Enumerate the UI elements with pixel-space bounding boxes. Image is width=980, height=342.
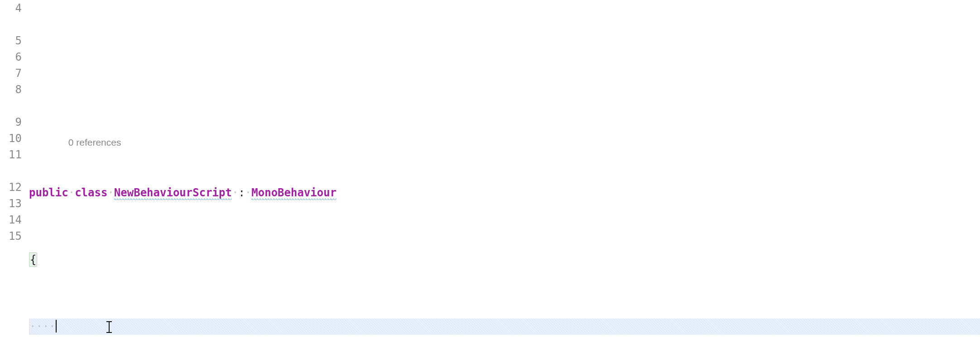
- line-number: 10: [0, 130, 22, 147]
- gutter-spacer: [0, 163, 22, 179]
- keyword-public: public: [29, 186, 68, 199]
- line-number-gutter: 4 5 6 7 8 9 10 11 12 13 14 15: [0, 0, 25, 342]
- whitespace-dot: ·: [68, 186, 75, 199]
- open-brace: {: [29, 252, 37, 267]
- line-number: 5: [0, 33, 22, 49]
- line-number: 4: [0, 0, 22, 16]
- text-caret: [56, 320, 57, 332]
- colon: :: [238, 186, 245, 199]
- whitespace-dot: ·: [107, 186, 114, 199]
- line-number: 15: [0, 228, 22, 244]
- code-editor[interactable]: 4 5 6 7 8 9 10 11 12 13 14 15 0 referenc…: [0, 0, 980, 342]
- whitespace-dot: ·: [245, 186, 251, 199]
- code-line[interactable]: public·class·NewBehaviourScript·:·MonoBe…: [29, 185, 980, 201]
- line-number: 6: [0, 49, 22, 65]
- base-type: MonoBehaviour: [251, 186, 336, 200]
- keyword-class: class: [75, 186, 107, 199]
- gutter-spacer: [0, 16, 22, 33]
- line-number: 7: [0, 65, 22, 81]
- whitespace-dot: ·: [232, 186, 238, 199]
- mouse-ibeam-cursor: [106, 321, 112, 333]
- codelens-class[interactable]: 0 references: [29, 118, 980, 134]
- code-line[interactable]: {: [29, 252, 980, 268]
- line-number: 13: [0, 195, 22, 212]
- gutter-spacer: [0, 98, 22, 114]
- line-number: 12: [0, 179, 22, 195]
- line-number: 9: [0, 114, 22, 130]
- code-line-active[interactable]: ····: [29, 318, 980, 335]
- codelens-label[interactable]: 0 references: [68, 137, 121, 147]
- whitespace-dots: ····: [29, 320, 56, 333]
- line-number: 8: [0, 81, 22, 98]
- line-number: 14: [0, 212, 22, 228]
- code-line[interactable]: [29, 51, 980, 67]
- type-name: NewBehaviourScript: [114, 186, 232, 200]
- code-area[interactable]: 0 references public·class·NewBehaviourSc…: [25, 0, 980, 342]
- line-number: 11: [0, 147, 22, 163]
